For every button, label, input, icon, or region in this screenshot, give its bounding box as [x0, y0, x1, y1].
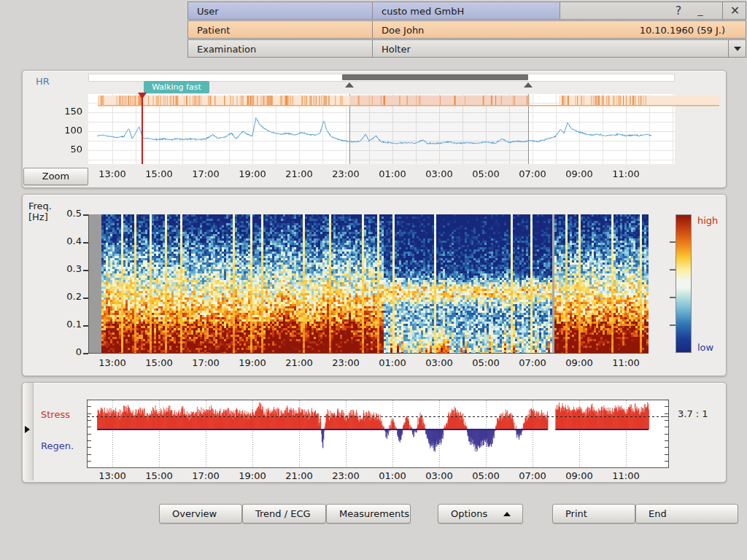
spectrogram-panel: Freq. [Hz] 0.50.40.30.20.10 13:0015:0017…: [22, 194, 727, 376]
spect-y-tick: [83, 270, 88, 271]
spect-y-tick: [83, 325, 88, 327]
spect-y-tick: [83, 214, 88, 216]
patient-label: Patient: [197, 25, 230, 36]
x-tick-label: 15:00: [140, 168, 178, 179]
x-tick-label: 03:00: [420, 357, 458, 368]
x-tick-label: 07:00: [514, 357, 551, 368]
close-icon: ✕: [730, 4, 740, 18]
examination-dropdown-button[interactable]: [728, 40, 746, 57]
patient-birthdate: 10.10.1960 (59 J.): [640, 21, 725, 39]
event-badge-walking-fast[interactable]: Walking fast: [144, 81, 209, 93]
stress-chart-canvas[interactable]: [87, 400, 669, 468]
zoom-button[interactable]: Zoom: [23, 168, 88, 185]
overview-button[interactable]: Overview: [159, 504, 242, 524]
x-tick-label: 17:00: [187, 470, 225, 481]
header-patient-value-cell: Doe John 10.10.1960 (59 J.): [372, 20, 746, 39]
x-tick-label: 21:00: [280, 357, 318, 368]
header-exam-label-cell: Examination: [187, 39, 373, 58]
timeline-scrollbar-thumb[interactable]: [342, 74, 528, 80]
colorbar-high-label: high: [697, 215, 718, 226]
measurements-button[interactable]: Measurements: [326, 504, 411, 524]
colorbar-tick: [670, 269, 676, 271]
hr-trend-panel: HR Walking fast 15010050 13:0015:0017:00…: [22, 70, 727, 188]
header-patient-label-cell: Patient: [187, 20, 373, 39]
window-controls: ? _ ✕: [560, 1, 746, 20]
close-button[interactable]: ✕: [722, 2, 746, 19]
x-tick-label: 23:00: [327, 470, 365, 481]
activity-strip-canvas[interactable]: [98, 96, 719, 106]
print-button[interactable]: Print: [552, 504, 635, 524]
panel-collapse-handle[interactable]: [23, 383, 34, 481]
spect-y-tick: [83, 242, 88, 244]
hr-title: HR: [36, 76, 50, 87]
spectrogram-canvas[interactable]: [88, 214, 649, 354]
x-tick-label: 05:00: [467, 357, 505, 368]
end-button[interactable]: End: [635, 504, 738, 524]
chevron-down-icon: [734, 47, 741, 51]
hr-y-tick-label: 50: [47, 144, 82, 155]
x-tick-label: 07:00: [514, 470, 551, 481]
spect-y-tick: [83, 298, 88, 299]
x-tick-label: 13:00: [93, 168, 131, 179]
x-tick-label: 01:00: [374, 168, 411, 179]
examination-label: Examination: [197, 44, 256, 55]
x-tick-label: 03:00: [420, 470, 458, 481]
x-tick-label: 03:00: [420, 168, 458, 179]
freq-axis-label-line2: [Hz]: [28, 211, 48, 222]
x-tick-label: 19:00: [233, 470, 271, 481]
colorbar-tick: [670, 297, 676, 298]
x-tick-label: 21:00: [280, 168, 318, 179]
help-icon: ?: [676, 4, 682, 18]
x-tick-label: 23:00: [327, 357, 365, 368]
window-header: User custo med GmbH ? _ ✕ Patient Doe Jo…: [0, 0, 747, 60]
spect-y-tick-label: 0: [47, 346, 82, 357]
x-tick-label: 09:00: [560, 357, 598, 368]
options-menu-up-icon: [503, 512, 511, 516]
spect-y-tick-label: 0.5: [47, 208, 82, 219]
holter-overview-screen: { "window": {"help": "?", "minimize": "_…: [0, 0, 747, 560]
minimize-icon: _: [698, 4, 703, 16]
x-tick-label: 23:00: [327, 168, 365, 179]
x-tick-label: 13:00: [93, 470, 131, 481]
x-tick-label: 19:00: [233, 357, 271, 368]
x-tick-label: 13:00: [93, 357, 131, 368]
x-tick-label: 11:00: [607, 168, 645, 179]
user-value: custo med GmbH: [382, 6, 464, 17]
x-tick-label: 19:00: [233, 168, 271, 179]
minimize-button[interactable]: _: [690, 2, 711, 19]
hr-y-tick-label: 100: [47, 125, 82, 136]
colorbar: [676, 214, 692, 353]
options-button[interactable]: Options: [438, 504, 523, 524]
x-tick-label: 17:00: [187, 168, 225, 179]
colorbar-low-label: low: [697, 342, 713, 353]
selection-handle-left[interactable]: [345, 82, 354, 88]
x-tick-label: 15:00: [140, 357, 178, 368]
x-tick-label: 01:00: [374, 470, 411, 481]
event-marker-line[interactable]: [142, 93, 143, 164]
x-tick-label: 15:00: [140, 470, 178, 481]
x-tick-label: 05:00: [467, 470, 505, 481]
header-user-label-cell: User: [187, 1, 373, 20]
x-tick-label: 01:00: [374, 357, 411, 368]
stress-label: Stress: [41, 409, 70, 420]
collapse-arrow-icon: [25, 426, 30, 433]
help-button[interactable]: ?: [668, 2, 689, 19]
x-tick-label: 05:00: [467, 168, 505, 179]
spect-y-tick: [83, 353, 88, 354]
x-tick-label: 09:00: [560, 168, 598, 179]
trend-ecg-button[interactable]: Trend / ECG: [242, 504, 326, 524]
hr-y-tick-label: 150: [47, 106, 82, 117]
x-tick-label: 07:00: [514, 168, 551, 179]
header-exam-value-cell: Holter: [372, 39, 746, 58]
x-tick-label: 17:00: [187, 357, 225, 368]
selection-handle-right[interactable]: [524, 82, 533, 88]
user-label: User: [197, 6, 219, 17]
stress-regen-panel: Stress Regen. 3.7 : 1 13:0015:0017:0019:…: [22, 382, 727, 483]
patient-name: Doe John: [382, 25, 424, 36]
spect-y-tick-label: 0.2: [47, 291, 82, 302]
options-button-label: Options: [451, 508, 487, 519]
stress-ratio-label: 3.7 : 1: [678, 408, 708, 419]
header-user-value-cell: custo med GmbH: [372, 1, 560, 20]
colorbar-tick: [670, 324, 676, 326]
colorbar-tick: [670, 241, 676, 243]
